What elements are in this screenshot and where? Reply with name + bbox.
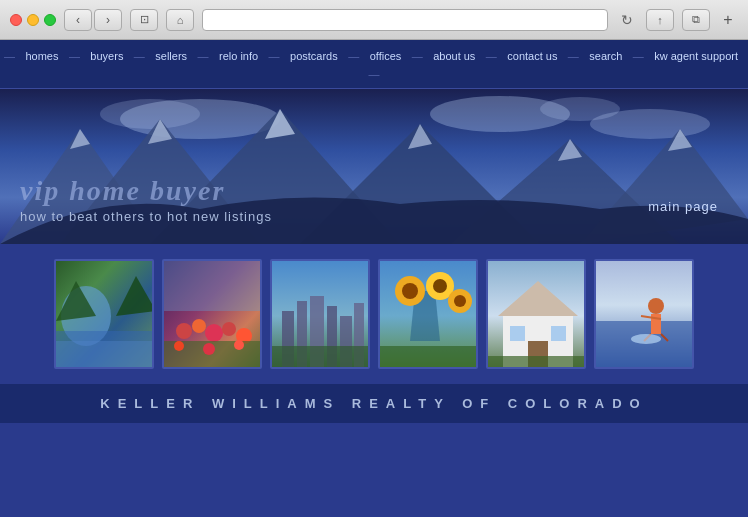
svg-rect-51 bbox=[380, 346, 478, 369]
nav-homes[interactable]: homes bbox=[25, 50, 58, 62]
photo-sunflowers[interactable] bbox=[378, 259, 478, 369]
forward-button[interactable]: › bbox=[94, 9, 122, 31]
svg-point-2 bbox=[100, 99, 200, 129]
svg-point-34 bbox=[234, 340, 244, 350]
svg-point-29 bbox=[222, 322, 236, 336]
svg-point-48 bbox=[433, 279, 447, 293]
photo-house[interactable] bbox=[486, 259, 586, 369]
hero-section: vip home buyer how to beat others to hot… bbox=[0, 89, 748, 244]
svg-rect-55 bbox=[510, 326, 525, 341]
svg-rect-23 bbox=[56, 341, 154, 369]
svg-rect-42 bbox=[272, 346, 370, 369]
nav-sellers[interactable]: sellers bbox=[155, 50, 187, 62]
nav-postcards[interactable]: postcards bbox=[290, 50, 338, 62]
svg-point-32 bbox=[174, 341, 184, 351]
photo-strip bbox=[0, 244, 748, 384]
refresh-button[interactable]: ↻ bbox=[616, 9, 638, 31]
nav-relo-info[interactable]: relo info bbox=[219, 50, 258, 62]
traffic-lights bbox=[10, 14, 56, 26]
svg-point-61 bbox=[648, 298, 664, 314]
svg-rect-60 bbox=[596, 321, 694, 369]
nav-contact-us[interactable]: contact us bbox=[507, 50, 557, 62]
share-button[interactable]: ↑ bbox=[646, 9, 674, 31]
footer: KELLER WILLIAMS REALTY OF COLORADO bbox=[0, 384, 748, 423]
photo-flowers[interactable] bbox=[162, 259, 262, 369]
svg-rect-58 bbox=[488, 356, 586, 369]
home-button[interactable]: ⌂ bbox=[166, 9, 194, 31]
svg-point-28 bbox=[205, 324, 223, 342]
close-button[interactable] bbox=[10, 14, 22, 26]
photo-skiing[interactable] bbox=[594, 259, 694, 369]
nav-kw-agent-support[interactable]: kw agent support bbox=[654, 50, 738, 62]
svg-rect-56 bbox=[551, 326, 566, 341]
nav-about-us[interactable]: about us bbox=[433, 50, 475, 62]
maximize-button[interactable] bbox=[44, 14, 56, 26]
tab-view-button[interactable]: ⧉ bbox=[682, 9, 710, 31]
minimize-button[interactable] bbox=[27, 14, 39, 26]
svg-point-26 bbox=[176, 323, 192, 339]
new-tab-button[interactable]: + bbox=[718, 9, 738, 31]
hero-main-page-link[interactable]: main page bbox=[648, 199, 718, 214]
hero-title: vip home buyer bbox=[20, 175, 272, 207]
hero-subtitle: how to beat others to hot new listings bbox=[20, 209, 272, 224]
back-button[interactable]: ‹ bbox=[64, 9, 92, 31]
nav-offices[interactable]: offices bbox=[370, 50, 402, 62]
nav-search[interactable]: search bbox=[589, 50, 622, 62]
svg-rect-25 bbox=[164, 261, 262, 311]
svg-point-46 bbox=[402, 283, 418, 299]
nav-bar: — homes — buyers — sellers — relo info —… bbox=[0, 40, 748, 89]
svg-point-5 bbox=[590, 109, 710, 139]
svg-point-27 bbox=[192, 319, 206, 333]
browser-toolbar: ‹ › ⊡ ⌂ ↻ ↑ ⧉ + bbox=[0, 0, 748, 40]
svg-point-33 bbox=[203, 343, 215, 355]
hero-overlay: vip home buyer how to beat others to hot… bbox=[20, 175, 272, 224]
photo-city[interactable] bbox=[270, 259, 370, 369]
website-content: — homes — buyers — sellers — relo info —… bbox=[0, 40, 748, 517]
nav-buyers[interactable]: buyers bbox=[90, 50, 123, 62]
photo-river[interactable] bbox=[54, 259, 154, 369]
address-bar[interactable] bbox=[202, 9, 608, 31]
navigation-buttons: ‹ › bbox=[64, 9, 122, 31]
svg-point-66 bbox=[631, 334, 661, 344]
window-view-button[interactable]: ⊡ bbox=[130, 9, 158, 31]
svg-point-50 bbox=[454, 295, 466, 307]
